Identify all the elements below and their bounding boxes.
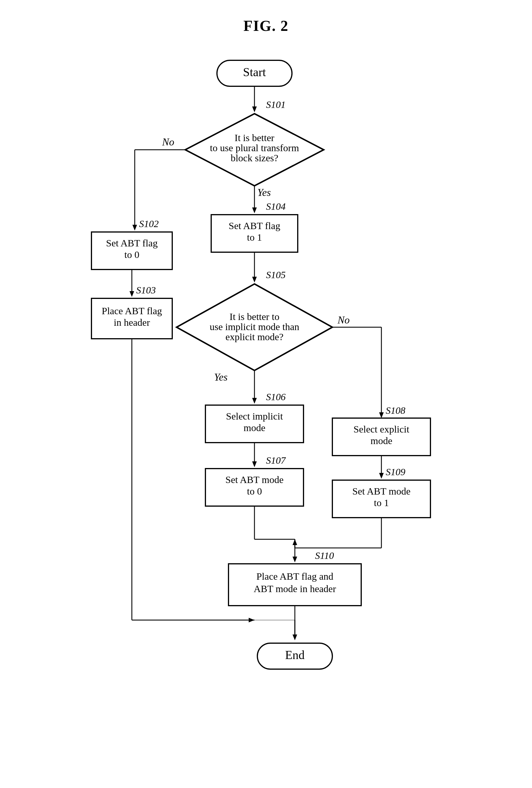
svg-text:ABT mode in header: ABT mode in header [254, 584, 336, 594]
svg-text:to 0: to 0 [124, 249, 139, 260]
svg-text:No: No [162, 136, 174, 148]
svg-text:mode: mode [371, 435, 392, 446]
svg-text:S109: S109 [386, 467, 405, 477]
svg-text:S101: S101 [266, 99, 285, 110]
svg-text:Start: Start [243, 65, 266, 79]
svg-text:It is better to: It is better to [230, 311, 279, 322]
svg-text:Select explicit: Select explicit [353, 424, 409, 435]
svg-text:S108: S108 [386, 405, 405, 416]
svg-text:Select implicit: Select implicit [226, 411, 283, 421]
flowchart-diagram: Start S101 It is better to use plural tr… [64, 43, 468, 787]
svg-text:S103: S103 [136, 285, 156, 295]
svg-text:No: No [337, 314, 350, 326]
svg-marker-31 [252, 277, 257, 282]
svg-marker-46 [252, 461, 257, 467]
svg-text:Yes: Yes [257, 187, 271, 198]
svg-marker-3 [252, 106, 257, 112]
svg-text:Set ABT flag: Set ABT flag [229, 220, 280, 231]
svg-text:to use plural transform: to use plural transform [210, 142, 299, 153]
svg-text:Set ABT mode: Set ABT mode [352, 486, 411, 497]
svg-text:to 1: to 1 [374, 497, 389, 508]
svg-text:S102: S102 [139, 218, 159, 229]
svg-text:Place ABT flag: Place ABT flag [102, 306, 162, 316]
svg-text:Set ABT mode: Set ABT mode [225, 474, 283, 485]
svg-text:S104: S104 [266, 201, 285, 212]
figure-title: FIG. 2 [0, 0, 532, 34]
svg-text:block sizes?: block sizes? [231, 153, 278, 163]
svg-text:to 0: to 0 [247, 486, 262, 497]
svg-text:Place ABT flag and: Place ABT flag and [256, 571, 334, 582]
svg-marker-40 [252, 398, 257, 404]
svg-text:S107: S107 [266, 455, 286, 466]
svg-marker-53 [379, 412, 384, 418]
svg-text:mode: mode [243, 422, 265, 433]
svg-marker-19 [130, 291, 134, 297]
svg-marker-25 [252, 208, 257, 213]
svg-text:Yes: Yes [214, 371, 228, 383]
svg-marker-78 [249, 618, 254, 623]
svg-marker-82 [293, 634, 297, 640]
svg-text:It is better: It is better [235, 133, 275, 143]
svg-text:in header: in header [114, 317, 150, 328]
svg-text:to 1: to 1 [247, 232, 262, 243]
svg-text:S110: S110 [315, 550, 334, 561]
svg-text:explicit mode?: explicit mode? [225, 332, 283, 342]
page: FIG. 2 Start S101 It is better to use pl… [0, 0, 532, 788]
svg-text:End: End [285, 648, 305, 662]
svg-marker-71 [293, 557, 297, 563]
svg-marker-59 [379, 473, 384, 479]
svg-text:S105: S105 [266, 270, 285, 280]
svg-marker-13 [133, 225, 137, 231]
svg-text:S106: S106 [266, 392, 285, 402]
svg-text:Set ABT flag: Set ABT flag [106, 238, 158, 249]
svg-text:use implicit mode than: use implicit mode than [210, 321, 299, 332]
